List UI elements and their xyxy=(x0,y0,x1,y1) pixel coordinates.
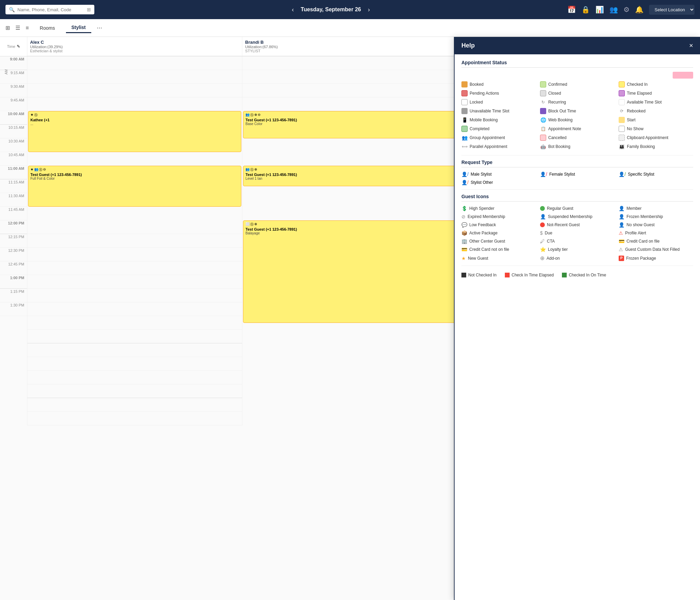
appt-icons: ★ 👥 ⓢ ⊖ xyxy=(30,167,239,172)
req-male: 👤/ Male Stylist xyxy=(461,172,536,177)
closed-label: Closed xyxy=(548,91,561,96)
booked-box xyxy=(461,81,468,87)
search-input[interactable] xyxy=(17,7,84,12)
guest-no-show: 👤 No show Guest xyxy=(619,222,693,228)
report-icon[interactable]: 📊 xyxy=(595,5,604,14)
check-in-elapsed-sq xyxy=(505,273,510,277)
edit-icon[interactable]: ✎ xyxy=(17,44,20,49)
slot[interactable] xyxy=(242,84,457,97)
slot[interactable] xyxy=(27,220,242,234)
slot[interactable] xyxy=(27,261,242,275)
legend-web: 🌐 Web Booking xyxy=(540,117,615,123)
legend-time-elapsed: Time Elapsed xyxy=(619,90,693,96)
grid-icon[interactable]: ⊞ xyxy=(5,25,10,31)
guest-custom-data: ⚠ Guest Custom Data Not Filled xyxy=(619,247,693,252)
slot[interactable] xyxy=(27,343,242,357)
slot[interactable] xyxy=(27,248,242,261)
appointment-testguest-brandi-10[interactable]: 👥 ⓢ ⊕ ⊖ Test Guest (+1 123-456-7891) Bas… xyxy=(243,111,456,138)
parallel-icon: ⟺ xyxy=(461,144,468,150)
slot[interactable] xyxy=(27,234,242,248)
icon: ⓢ xyxy=(39,167,42,172)
guest-member: 👤 Member xyxy=(619,206,693,211)
slot[interactable] xyxy=(27,97,242,111)
due-label: Due xyxy=(545,231,552,235)
icon: ⊖ xyxy=(258,113,260,118)
slot[interactable] xyxy=(242,70,457,84)
cc-on-label: Credit Card on file xyxy=(627,239,660,244)
slot[interactable] xyxy=(27,412,242,425)
search-icon: 🔍 xyxy=(9,7,15,12)
high-spender-icon: 💲 xyxy=(461,206,467,211)
col-header-0: Alex C Utilization:(39.29%) Esthetician … xyxy=(27,37,242,56)
not-checked-in-label: Not Checked In xyxy=(468,273,497,277)
slot[interactable] xyxy=(27,289,242,302)
next-date-button[interactable]: › xyxy=(365,5,373,15)
menu-icon[interactable]: ☰ xyxy=(15,25,20,31)
appt-service: ... xyxy=(30,122,239,126)
stylist-tab[interactable]: Stylist xyxy=(66,23,91,33)
lock-icon[interactable]: 🔒 xyxy=(581,5,590,14)
col-role-0: Esthetician & stylist xyxy=(30,49,239,53)
not-recent-circle xyxy=(540,222,545,227)
slot[interactable] xyxy=(27,384,242,398)
slot[interactable] xyxy=(27,398,242,412)
slot[interactable] xyxy=(27,371,242,384)
appt-name: Test Guest (+1 123-456-7891) xyxy=(245,227,454,231)
mobile-icon: 📱 xyxy=(461,117,468,123)
search-box[interactable]: 🔍 ⊞ xyxy=(5,5,94,14)
slot[interactable] xyxy=(27,84,242,97)
appointment-testguest-brandi-11[interactable]: 👥 ⓢ ⊕ Test Guest (+1 123-456-7891) Level… xyxy=(243,166,456,186)
more-options-icon[interactable]: ⋯ xyxy=(97,25,102,31)
checked-in-on-time-sq xyxy=(562,273,567,277)
guest-loyalty: ⭐ Loyalty tier xyxy=(540,247,615,252)
prev-date-button[interactable]: ‹ xyxy=(289,5,297,15)
am-label: AM xyxy=(4,65,8,79)
slot[interactable] xyxy=(27,330,242,343)
slot[interactable] xyxy=(27,275,242,289)
icon: ★ xyxy=(30,167,33,172)
col-body-1[interactable]: 👥 ⓢ ⊕ ⊖ Test Guest (+1 123-456-7891) Bas… xyxy=(242,56,457,425)
close-button[interactable]: × xyxy=(689,42,693,50)
icon: ⓢ xyxy=(250,167,254,172)
slot[interactable] xyxy=(27,56,242,70)
appointment-testguest-alex[interactable]: ★ 👥 ⓢ ⊖ Test Guest (+1 123-456-7891) Ful… xyxy=(28,166,241,207)
list-icon[interactable]: ≡ xyxy=(26,25,29,31)
legend-completed: Completed xyxy=(461,126,536,132)
legend-pending: Pending Actions xyxy=(461,90,536,96)
slot[interactable] xyxy=(27,302,242,316)
location-dropdown[interactable]: Select Location xyxy=(649,5,695,15)
guest-new: ★ New Guest xyxy=(461,255,536,261)
time-1145: 11:45 AM xyxy=(0,207,27,220)
slot[interactable] xyxy=(27,70,242,84)
frozen-membership-label: Frozen Membership xyxy=(627,214,663,219)
legend-bot: 🤖 Bot Booking xyxy=(540,144,615,150)
calendar-icon[interactable]: 📅 xyxy=(567,5,576,14)
appt-name: Test Guest (+1 123-456-7891) xyxy=(245,173,454,177)
icon: ⊕ xyxy=(254,167,257,172)
guest-profile-alert: ⚠ Profile Alert xyxy=(619,230,693,236)
col-body-0[interactable]: ★ ⓢ Kathee (+1 ... ★ 👥 ⓢ ⊖ Test Guest (+… xyxy=(27,56,242,425)
appt-service: Level 1 tan xyxy=(245,177,454,180)
appointment-testguest-brandi-12[interactable]: ⬜ ⓢ ⊕ Test Guest (+1 123-456-7891) Balay… xyxy=(243,220,456,323)
clipboard-box xyxy=(619,135,625,141)
col-name-0: Alex C xyxy=(30,40,239,45)
slot[interactable] xyxy=(242,56,457,70)
expired-icon: ⊘ xyxy=(461,214,466,219)
not-checked-in-sq xyxy=(461,273,466,277)
check-in-elapsed-label: Check In Time Elapsed xyxy=(512,273,554,277)
help-title: Help xyxy=(461,42,475,49)
req-other: 👤/ Stylist Other xyxy=(461,180,536,185)
slot[interactable] xyxy=(242,97,457,111)
people-icon[interactable]: 👥 xyxy=(609,5,618,14)
appointment-kathee[interactable]: ★ ⓢ Kathee (+1 ... xyxy=(28,111,241,152)
time-1045: 10:45 AM xyxy=(0,152,27,166)
icon: ⓢ xyxy=(250,222,254,227)
slot[interactable] xyxy=(27,357,242,371)
rooms-tab[interactable]: Rooms xyxy=(34,23,60,33)
slot[interactable] xyxy=(27,316,242,330)
available-label: Available Time Slot xyxy=(627,100,662,105)
bell-icon[interactable]: 🔔 xyxy=(635,5,644,14)
settings-icon[interactable]: ⚙ xyxy=(623,5,630,14)
rebooked-label: Rebooked xyxy=(627,109,646,113)
clipboard-label: Clipboard Appointment xyxy=(627,135,668,140)
